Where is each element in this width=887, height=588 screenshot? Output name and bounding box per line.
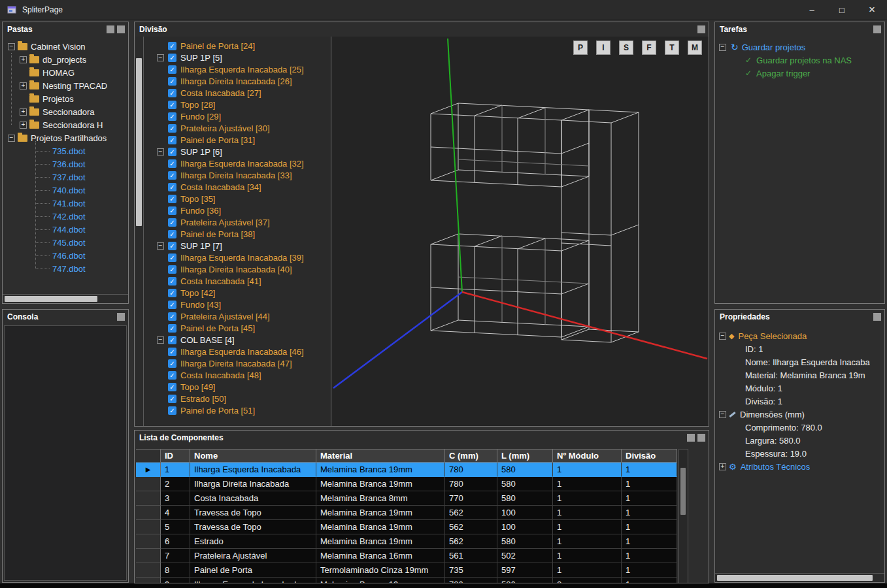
component-tree-item[interactable]: ✓Ilharga Esquerda Inacabada [25] (144, 63, 331, 75)
component-tree-item[interactable]: ✓Ilharga Esquerda Inacabada [32] (144, 157, 331, 169)
viewport-button-m[interactable]: M (688, 41, 702, 55)
checkbox-checked-icon[interactable]: ✓ (168, 101, 176, 109)
grid-cell[interactable]: Melamina Branca 19mm (316, 534, 445, 549)
panel-pin-icon[interactable] (687, 434, 695, 442)
grid-cell[interactable]: 1 (553, 549, 622, 563)
scrollbar-thumb[interactable] (5, 296, 97, 302)
table-row[interactable]: 4Travessa de TopoMelamina Branca 19mm562… (136, 506, 677, 520)
expand-toggle-icon[interactable]: − (157, 54, 164, 61)
component-tree-item[interactable]: ✓Prateleira Ajustável [37] (144, 216, 331, 228)
grid-cell[interactable]: 1 (622, 520, 677, 534)
grid-cell[interactable]: Estrado (190, 534, 316, 549)
column-header[interactable]: ID (161, 449, 190, 463)
3d-viewport[interactable]: PISFTM (331, 37, 709, 426)
grid-cell[interactable]: 1 (553, 463, 622, 477)
component-tree-item[interactable]: ✓Ilharga Esquerda Inacabada [39] (144, 252, 331, 263)
checkbox-checked-icon[interactable]: ✓ (168, 42, 176, 50)
component-tree-item[interactable]: ✓Painel de Porta [45] (144, 322, 331, 334)
checkbox-checked-icon[interactable]: ✓ (168, 289, 176, 297)
grid-cell[interactable]: 2 (553, 578, 622, 583)
component-tree-item[interactable]: ✓Painel de Porta [38] (144, 228, 331, 240)
grid-cell[interactable]: 561 (445, 549, 497, 563)
row-header-cell[interactable] (136, 563, 161, 578)
component-tree-item[interactable]: ✓Ilharga Direita Inacabada [40] (144, 263, 331, 275)
grid-cell[interactable]: 1 (553, 563, 622, 578)
property-item[interactable]: Comprimento: 780.0 (715, 421, 884, 434)
minimize-button[interactable]: – (797, 0, 827, 20)
panel-close-icon[interactable] (697, 25, 705, 33)
table-row[interactable]: ▶1Ilharga Esquerda InacabadaMelamina Bra… (136, 463, 677, 477)
component-tree-item[interactable]: ✓Costa Inacabada [34] (144, 181, 331, 193)
expand-toggle-icon[interactable]: − (157, 336, 164, 344)
task-root-item[interactable]: −↻Guardar projetos (715, 41, 884, 54)
checkbox-checked-icon[interactable]: ✓ (168, 301, 176, 309)
component-tree-item[interactable]: ✓Topo [42] (144, 287, 331, 299)
checkbox-checked-icon[interactable]: ✓ (168, 171, 176, 180)
folder-tree-item[interactable]: HOMAG (3, 66, 128, 79)
grid-cell[interactable]: Travessa de Topo (190, 506, 316, 520)
checkbox-checked-icon[interactable]: ✓ (168, 89, 176, 97)
component-tree-item[interactable]: ✓Topo [49] (144, 381, 331, 393)
checkbox-checked-icon[interactable]: ✓ (168, 406, 176, 415)
folder-tree-item[interactable]: Projetos (3, 92, 128, 105)
grid-cell[interactable]: 580 (497, 534, 553, 549)
grid-cell[interactable]: Painel de Porta (190, 563, 316, 578)
component-tree-item[interactable]: ✓Prateleira Ajustável [44] (144, 310, 331, 322)
component-tree-item[interactable]: ✓Fundo [29] (144, 110, 331, 122)
viewport-button-s[interactable]: S (619, 41, 633, 55)
grid-cell[interactable]: Costa Inacabada (190, 491, 316, 506)
property-group[interactable]: −Dimensões (mm) (715, 408, 884, 421)
grid-cell[interactable]: Melamina Branca 19mm (316, 506, 445, 520)
panel-close-icon[interactable] (117, 313, 125, 321)
grid-cell[interactable]: 100 (497, 506, 553, 520)
grid-cell[interactable]: Melamina Branca 19mm (316, 463, 445, 477)
component-tree-item[interactable]: −✓SUP 1P [7] (144, 240, 331, 252)
grid-cell[interactable]: Melamina Branca 19mm (316, 520, 445, 534)
folder-tree-item[interactable]: +db_projects (3, 53, 128, 66)
grid-cell[interactable]: 1 (553, 520, 622, 534)
grid-cell[interactable]: Ilharga Direita Inacabada (190, 477, 316, 491)
grid-cell[interactable]: 1 (622, 549, 677, 563)
expand-toggle-icon[interactable]: + (20, 122, 27, 129)
property-group[interactable]: −◆Peça Selecionada (715, 329, 884, 342)
panel-pin-icon[interactable] (107, 25, 114, 33)
checkbox-checked-icon[interactable]: ✓ (168, 277, 176, 286)
checkbox-checked-icon[interactable]: ✓ (168, 65, 176, 74)
component-tree-item[interactable]: ✓Costa Inacabada [48] (144, 369, 331, 381)
grid-cell[interactable]: Melamina Branca 16mm (316, 549, 445, 563)
grid-cell[interactable]: Melamina Branca 19mm (316, 477, 445, 491)
console-output[interactable] (4, 325, 127, 581)
checkbox-checked-icon[interactable]: ✓ (168, 112, 176, 121)
row-header-cell[interactable]: ▶ (136, 463, 161, 477)
grid-cell[interactable]: 1 (553, 534, 622, 549)
grid-cell[interactable]: 1 (553, 491, 622, 506)
grid-cell[interactable]: 3 (161, 491, 190, 506)
folder-tree-item[interactable]: +Seccionadora H (3, 118, 128, 131)
property-item[interactable]: Nome: Ilharga Esquerda Inacaba (715, 355, 884, 368)
close-button[interactable]: × (857, 0, 887, 20)
component-tree-item[interactable]: −✓SUP 1P [6] (144, 146, 331, 157)
scrollbar-thumb[interactable] (717, 575, 873, 581)
checkbox-checked-icon[interactable]: ✓ (168, 159, 176, 168)
expand-toggle-icon[interactable]: − (719, 411, 726, 418)
component-tree-item[interactable]: ✓Topo [28] (144, 99, 331, 110)
grid-cell[interactable]: Travessa de Topo (190, 520, 316, 534)
grid-cell[interactable]: 562 (445, 534, 497, 549)
component-tree-item[interactable]: ✓Costa Inacabada [41] (144, 275, 331, 287)
column-header[interactable]: Nome (190, 449, 316, 463)
table-row[interactable]: 9Ilharga Esquerda InacabadaMelamina Bran… (136, 578, 677, 583)
table-row[interactable]: 6EstradoMelamina Branca 19mm56258011 (136, 534, 677, 549)
viewport-button-p[interactable]: P (573, 41, 588, 55)
checkbox-checked-icon[interactable]: ✓ (168, 336, 176, 344)
grid-cell[interactable]: 1 (622, 534, 677, 549)
column-header[interactable]: Material (316, 449, 445, 463)
table-row[interactable]: 3Costa InacabadaMelamina Branca 8mm77058… (136, 491, 677, 506)
column-header[interactable]: Divisão (622, 449, 677, 463)
checkbox-checked-icon[interactable]: ✓ (168, 265, 176, 274)
folder-tree-item[interactable]: 741.dbot (3, 197, 128, 210)
expand-toggle-icon[interactable]: − (719, 333, 726, 340)
expand-toggle-icon[interactable]: + (20, 108, 27, 116)
checkbox-checked-icon[interactable]: ✓ (168, 359, 176, 368)
grid-cell[interactable]: Ilharga Esquerda Inacabada (190, 463, 316, 477)
folder-tree-item[interactable]: 742.dbot (3, 210, 128, 223)
